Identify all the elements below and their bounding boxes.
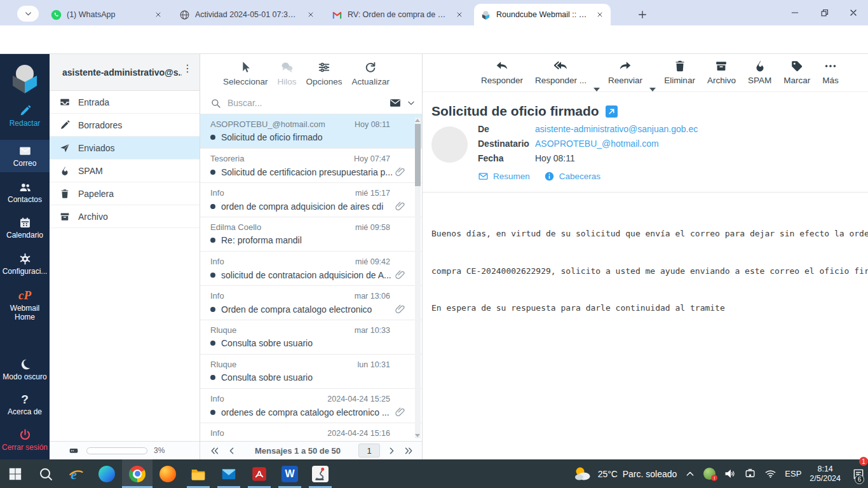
close-icon[interactable]: [454, 9, 465, 20]
threads-button[interactable]: Hilos: [278, 60, 297, 86]
folder-borradores[interactable]: Borradores: [50, 114, 200, 137]
start-button[interactable]: [0, 459, 31, 488]
sidebar-item-contactos[interactable]: Contactos: [0, 176, 50, 208]
sidebar-item-label: Cerrar sesión: [2, 444, 48, 452]
volume-icon[interactable]: [724, 468, 736, 480]
tab-whatsapp[interactable]: (1) WhatsApp: [44, 4, 169, 25]
scrollbar-thumb[interactable]: [415, 124, 421, 186]
refresh-icon: [363, 60, 377, 74]
taskbar-mail[interactable]: [214, 459, 244, 488]
wifi-icon[interactable]: [764, 468, 776, 480]
message-row[interactable]: Edilma Coellomié 09:58 Re: proforma mand…: [200, 217, 422, 252]
tab-roundcube[interactable]: Roundcube Webmail :: Enviados: [474, 4, 611, 25]
sidebar-item-cerrar-sesion[interactable]: Cerrar sesión: [0, 424, 50, 456]
scroll-down-arrow[interactable]: [415, 434, 420, 437]
close-window-button[interactable]: [839, 0, 868, 25]
delete-button[interactable]: Eliminar: [664, 59, 695, 85]
sender-address-link[interactable]: asistente-administrativo@sanjuan.gob.ec: [535, 124, 698, 134]
account-menu-icon[interactable]: ⋮: [182, 67, 193, 78]
sidebar-item-modo-oscuro[interactable]: Modo oscuro: [0, 353, 50, 386]
taskbar-firefox[interactable]: [153, 459, 183, 488]
message-row[interactable]: Infomié 15:17 orden de compra adquisicio…: [200, 183, 422, 217]
message-date: Hoy 07:47: [354, 154, 390, 163]
body-line: compra CE-20240002622929, solicito a ust…: [431, 265, 868, 278]
summary-link[interactable]: Resumen: [478, 171, 530, 182]
message-row[interactable]: Info2024-04-24 15:16: [200, 423, 422, 441]
search-scope-icon[interactable]: [389, 97, 402, 109]
close-icon[interactable]: [153, 9, 164, 20]
unread-dot: [210, 307, 215, 312]
sidebar-item-acerca-de[interactable]: ? Acerca de: [0, 389, 50, 421]
message-row[interactable]: ASOPROTEBU_@hotmail.comHoy 08:11 Solicit…: [200, 114, 422, 149]
scroll-up-arrow[interactable]: [415, 119, 420, 122]
reply-all-button[interactable]: Responder ...: [535, 59, 587, 85]
cast-icon[interactable]: [744, 468, 756, 480]
close-icon[interactable]: [594, 9, 606, 20]
minimize-button[interactable]: [780, 0, 810, 25]
taskbar-acrobat[interactable]: [244, 459, 275, 488]
taskbar-file-explorer[interactable]: [183, 459, 214, 488]
taskbar-internet-explorer[interactable]: e: [61, 459, 92, 488]
message-row[interactable]: TesoreriaHoy 07:47 Solicitud de certific…: [200, 149, 422, 183]
message-row[interactable]: Rluquelun 10:31 Consulta sobre usuario: [200, 355, 422, 389]
weather-widget[interactable]: 1 25°C Parc. soleado: [573, 465, 677, 483]
open-in-new-window-icon[interactable]: [606, 105, 618, 118]
folder-enviados[interactable]: Enviados: [50, 137, 200, 159]
taskbar-search-button[interactable]: [31, 459, 61, 488]
new-tab-button[interactable]: [634, 6, 651, 23]
antivirus-tray-icon[interactable]: !: [703, 468, 715, 480]
close-icon[interactable]: [305, 9, 316, 20]
message-row[interactable]: Infomar 13:06 Orden de compra catalogo e…: [200, 286, 422, 320]
tag-icon: [790, 59, 804, 73]
archive-button[interactable]: Archivo: [707, 59, 736, 85]
folder-spam[interactable]: SPAM: [50, 159, 200, 182]
tab-actividad[interactable]: Actividad 2024-05-01 07:30:00: [173, 4, 322, 25]
taskbar-word[interactable]: W: [275, 459, 305, 488]
link-label: Resumen: [493, 172, 530, 181]
restore-button[interactable]: [810, 0, 839, 25]
tab-gmail[interactable]: RV: Orden de compra de chom: [325, 4, 470, 25]
message-row[interactable]: Infomié 09:42 solicitud de contratacion …: [200, 252, 422, 286]
mark-button[interactable]: Marcar: [783, 59, 810, 85]
recipient-address-link[interactable]: ASOPROTEBU_@hotmail.com: [535, 139, 659, 149]
message-toolbar: Responder Responder ... Reenviar Elimina…: [423, 54, 868, 92]
dropdown-caret[interactable]: [649, 88, 656, 92]
calendar-icon: [18, 216, 32, 229]
chevron-down-icon[interactable]: [407, 98, 416, 107]
taskbar-chrome[interactable]: [122, 459, 153, 488]
sidebar-item-correo[interactable]: Correo: [0, 140, 50, 172]
prev-page-button[interactable]: [226, 445, 237, 456]
select-button[interactable]: Seleccionar: [223, 60, 268, 86]
forward-button[interactable]: Reenviar: [608, 59, 642, 85]
sidebar-item-redactar[interactable]: Redactar: [0, 100, 50, 132]
taskbar-java-app[interactable]: [305, 459, 336, 488]
sidebar-item-calendario[interactable]: Calendario: [0, 212, 50, 244]
sidebar-item-configuracion[interactable]: Configuraci...: [0, 248, 50, 280]
reply-button[interactable]: Responder: [481, 59, 523, 85]
dropdown-caret[interactable]: [593, 88, 600, 92]
folder-archivo[interactable]: Archivo: [50, 205, 200, 228]
next-page-button[interactable]: [386, 445, 397, 456]
unread-dot: [210, 170, 215, 175]
sidebar-item-webmail-home[interactable]: cP Webmail Home: [0, 284, 50, 325]
last-page-button[interactable]: [403, 445, 414, 456]
more-button[interactable]: Más: [822, 59, 839, 85]
list-scrollbar[interactable]: [415, 118, 421, 438]
hidden-icons-chevron[interactable]: [685, 469, 695, 479]
message-row[interactable]: Info2024-04-24 15:25 ordenes de compra c…: [200, 389, 422, 423]
folder-entrada[interactable]: Entrada: [50, 91, 200, 114]
first-page-button[interactable]: [209, 445, 220, 456]
tab-search-button[interactable]: [17, 6, 39, 22]
folder-papelera[interactable]: Papelera: [50, 182, 200, 205]
message-row[interactable]: Rluquemar 10:33 Consulta sobre usuario: [200, 320, 422, 355]
page-number-input[interactable]: 1: [358, 444, 380, 458]
language-indicator[interactable]: ESP: [785, 469, 801, 478]
spam-button[interactable]: SPAM: [748, 59, 771, 85]
search-input[interactable]: [226, 97, 384, 109]
message-date: 2024-04-24 15:25: [327, 395, 390, 403]
options-button[interactable]: Opciones: [306, 60, 342, 86]
refresh-button[interactable]: Actualizar: [352, 60, 390, 86]
clock[interactable]: 8:14 2/5/2024: [810, 464, 841, 484]
taskbar-edge[interactable]: [92, 459, 122, 488]
headers-link[interactable]: Cabeceras: [544, 171, 600, 182]
